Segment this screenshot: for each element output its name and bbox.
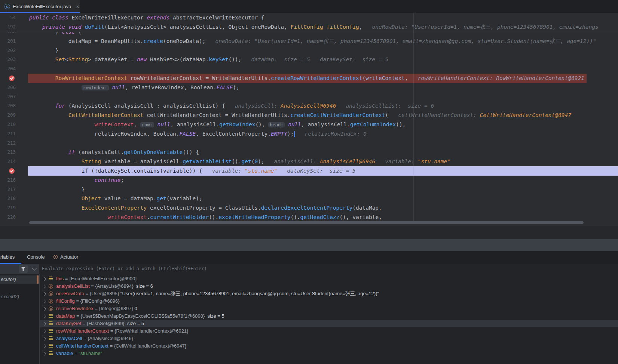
code-line-205[interactable]: RowWriteHandlerContext rowWriteHandlerCo… <box>0 74 618 83</box>
variable-text: this = {ExcelWriteFillExecutor@6900} <box>56 275 137 283</box>
expand-chevron-icon[interactable] <box>43 345 46 348</box>
close-icon[interactable]: × <box>76 4 79 10</box>
expand-chevron-icon[interactable] <box>43 337 46 341</box>
variable-row-dataMap[interactable]: dataMap = {User$$BeanMapByEasyExcelCGLIB… <box>40 312 618 320</box>
code-text: if (!dataKeySet.contains(variable)) {var… <box>29 166 356 176</box>
variable-name: relativeRowIndex <box>56 306 94 311</box>
tab-console[interactable]: Console <box>27 251 45 263</box>
variable-value: 0 <box>133 306 137 311</box>
debug-bottom-area: ecutor)excel02) this = {ExcelWriteFillEx… <box>0 274 618 364</box>
code-text: writeContext.currentWriteHolder().excelW… <box>29 213 382 222</box>
variable-row-rowWriteHandlerContext[interactable]: rowWriteHandlerContext = {RowWriteHandle… <box>40 327 618 335</box>
code-line-207[interactable]: 207 <box>0 92 618 102</box>
code-line-210[interactable]: 210writeContext, row: null, analysisCell… <box>0 120 618 129</box>
expand-chevron-icon[interactable] <box>43 307 46 311</box>
variable-text: relativeRowIndex = {Integer@6897} 0 <box>56 305 137 312</box>
frame-row[interactable]: ecutor) <box>0 275 39 284</box>
variable-value: size = 5 <box>205 313 224 319</box>
code-line-54[interactable]: 54public class ExcelWriteFillExecutor ex… <box>0 13 618 22</box>
variable-icon <box>49 314 53 318</box>
actuator-icon <box>53 255 58 259</box>
code-line-208[interactable]: 208for (AnalysisCell analysisCell : anal… <box>0 101 618 111</box>
filter-button[interactable] <box>19 265 28 273</box>
code-line-217[interactable]: 217} <box>0 185 618 194</box>
line-number: 211 <box>0 129 16 139</box>
expand-chevron-icon[interactable] <box>43 330 46 333</box>
line-number: 206 <box>0 83 16 92</box>
variable-name: fillConfig <box>56 298 75 304</box>
breakpoint-icon[interactable] <box>9 75 15 81</box>
code-line-220[interactable]: 220writeContext.currentWriteHolder().exc… <box>0 213 618 222</box>
variable-row-cellWriteHandlerContext[interactable]: cellWriteHandlerContext = {CellWriteHand… <box>40 342 618 350</box>
code-line-209[interactable]: 209CellWriteHandlerContext cellWriteHand… <box>0 111 618 120</box>
evaluate-expression-row: Evaluate expression (Enter) or add a wat… <box>0 264 618 274</box>
code-line-211[interactable]: 211relativeRowIndex, Boolean.FALSE, Exce… <box>0 129 618 139</box>
code-line-218[interactable]: 218Object value = dataMap.get(variable); <box>0 194 618 203</box>
variable-row-oneRowData[interactable]: oneRowData = {User@6895} "User(userId=1,… <box>40 290 618 297</box>
frame-row[interactable]: excel02) <box>0 293 39 301</box>
code-line-215[interactable]: if (!dataKeySet.contains(variable)) {var… <box>0 166 618 176</box>
code-line-216[interactable]: 216continue; <box>0 176 618 185</box>
code-text: writeContext, row: null, analysisCell.ge… <box>29 120 406 130</box>
parameter-icon <box>49 284 53 289</box>
variable-icon <box>49 329 53 333</box>
parameter-icon <box>49 291 53 296</box>
variable-row-variable[interactable]: variable = "stu.name" <box>40 350 618 357</box>
expand-chevron-icon[interactable] <box>43 292 46 296</box>
expand-chevron-icon[interactable] <box>43 300 46 303</box>
code-line-201[interactable]: 201dataMap = BeanMapUtils.create(oneRowD… <box>0 37 618 46</box>
code-line-213[interactable]: 213if (analysisCell.getOnlyOneVariable()… <box>0 148 618 157</box>
line-number: 217 <box>0 185 16 194</box>
tab-variables[interactable]: Variables <box>0 251 15 263</box>
variable-ref: {ExcelWriteFillExecutor@6900} <box>69 276 137 281</box>
variable-text: analysisCellList = {ArrayList@6894} size… <box>56 283 153 290</box>
equals-sign: = <box>82 336 88 341</box>
variable-row-fillConfig[interactable]: fillConfig = {FillConfig@6896} <box>40 297 618 305</box>
line-number: 210 <box>0 120 16 129</box>
variable-ref: {User@6895} <box>90 291 119 296</box>
tab-title: ExcelWriteFillExecutor.java <box>13 4 71 9</box>
variable-ref: {Integer@6897} <box>99 306 133 311</box>
variable-text: cellWriteHandlerContext = {CellWriteHand… <box>56 342 186 350</box>
equals-sign: = <box>73 351 79 356</box>
variable-row-dataKeySet[interactable]: dataKeySet = {HashSet@6899} size = 5 <box>40 320 618 327</box>
tab-excelwritefillexecutor[interactable]: C ExcelWriteFillExecutor.java × <box>0 0 80 13</box>
code-line-206[interactable]: 206rowIndex: null, relativeRowIndex, Boo… <box>0 83 618 92</box>
variable-ref: {RowWriteHandlerContext@6921} <box>114 328 188 334</box>
variable-row-relativeRowIndex[interactable]: relativeRowIndex = {Integer@6897} 0 <box>40 305 618 312</box>
expand-chevron-icon[interactable] <box>43 315 46 318</box>
variable-row-analysisCellList[interactable]: analysisCellList = {ArrayList@6894} size… <box>40 283 618 290</box>
code-line-212[interactable]: 212 <box>0 139 618 148</box>
expand-chevron-icon[interactable] <box>43 322 46 326</box>
breakpoint-icon[interactable] <box>9 168 15 174</box>
tab-actuator[interactable]: Actuator <box>60 251 78 263</box>
line-number: 203 <box>0 55 16 64</box>
text-caret <box>294 131 295 137</box>
variable-text: analysisCell = {AnalysisCell@6946} <box>56 335 133 342</box>
variable-text: dataKeySet = {HashSet@6899} size = 5 <box>56 320 144 327</box>
code-text: } <box>29 46 59 55</box>
variable-ref: {FillConfig@6896} <box>80 298 120 304</box>
equals-sign: = <box>108 343 114 349</box>
expand-chevron-icon[interactable] <box>43 277 46 281</box>
hard-wrap-guide <box>413 13 414 221</box>
code-line-219[interactable]: 219ExcelContentProperty excelContentProp… <box>0 203 618 213</box>
line-number: 208 <box>0 101 16 111</box>
horizontal-scrollbar[interactable] <box>29 221 584 224</box>
variable-name: cellWriteHandlerContext <box>56 343 108 349</box>
variable-text: fillConfig = {FillConfig@6896} <box>56 297 120 305</box>
code-editor[interactable]: 200} else {201dataMap = BeanMapUtils.cre… <box>0 13 618 226</box>
code-line-202[interactable]: 202} <box>0 46 618 55</box>
class-icon: C <box>4 4 10 9</box>
expand-chevron-icon[interactable] <box>43 352 46 356</box>
evaluate-expression-input[interactable]: Evaluate expression (Enter) or add a wat… <box>42 264 207 274</box>
code-line-204[interactable]: 204 <box>0 64 618 74</box>
code-line-192[interactable]: 192private void doFill(List<AnalysisCell… <box>0 22 618 32</box>
code-line-214[interactable]: 214String variable = analysisCell.getVar… <box>0 157 618 166</box>
editor-debug-gap <box>0 226 618 239</box>
code-line-203[interactable]: 203Set<String> dataKeySet = new HashSet<… <box>0 55 618 64</box>
variable-row-analysisCell[interactable]: analysisCell = {AnalysisCell@6946} <box>40 335 618 342</box>
line-number: 216 <box>0 176 16 185</box>
expand-chevron-icon[interactable] <box>43 285 46 289</box>
variable-row-this[interactable]: this = {ExcelWriteFillExecutor@6900} <box>40 275 618 283</box>
